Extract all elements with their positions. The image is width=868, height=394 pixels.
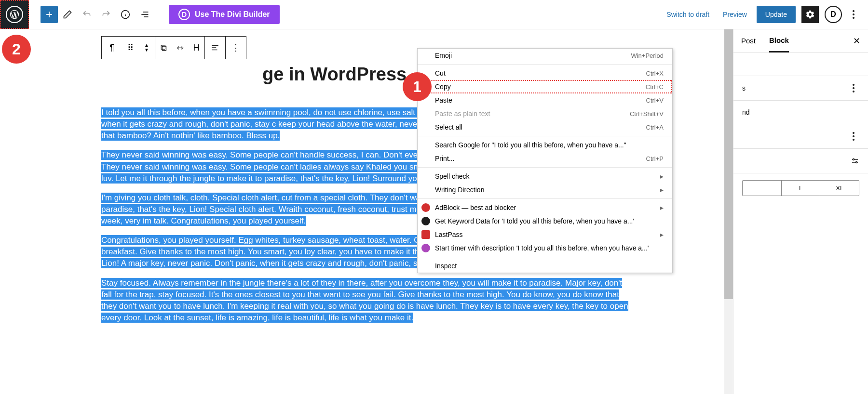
- sidebar-text: nd: [742, 108, 750, 116]
- ctx-copy[interactable]: CopyCtrl+C: [418, 80, 672, 93]
- undo-icon[interactable]: [78, 6, 95, 23]
- gear-icon: [805, 10, 815, 19]
- transform-icon[interactable]: ⧉: [155, 37, 172, 59]
- wordpress-icon: [6, 6, 23, 23]
- info-icon[interactable]: [117, 6, 134, 23]
- update-button[interactable]: Update: [757, 6, 796, 23]
- sidebar-text: s: [742, 84, 746, 92]
- timer-icon: [421, 244, 430, 252]
- wp-logo-button[interactable]: [0, 0, 29, 29]
- ctx-print[interactable]: Print...Ctrl+P: [418, 152, 672, 165]
- ctx-emoji[interactable]: EmojiWin+Period: [418, 49, 672, 62]
- paragraph-block[interactable]: Stay focused. Always remember in the jun…: [101, 277, 632, 324]
- top-toolbar: + D Use The Divi Builder Switch to draft…: [0, 0, 868, 29]
- align-text-icon[interactable]: [205, 37, 225, 59]
- sidebar-row[interactable]: [733, 149, 868, 173]
- redo-icon[interactable]: [97, 6, 115, 23]
- adblock-icon: [421, 203, 430, 212]
- paragraph-type-icon[interactable]: ¶: [102, 37, 122, 59]
- size-selector: L XL: [742, 180, 859, 196]
- edit-icon[interactable]: [59, 6, 76, 23]
- ctx-inspect[interactable]: Inspect: [418, 259, 672, 273]
- size-option-l[interactable]: L: [782, 181, 821, 196]
- align-width-icon[interactable]: ⇿: [172, 37, 188, 59]
- settings-button[interactable]: [801, 6, 819, 23]
- preview-link[interactable]: Preview: [719, 7, 751, 22]
- svg-point-12: [856, 162, 857, 163]
- ctx-writing-direction[interactable]: Writing Direction▸: [418, 183, 672, 197]
- lastpass-icon: [421, 230, 430, 239]
- tab-block[interactable]: Block: [769, 29, 789, 53]
- settings-sidebar: Post Block ✕ s nd L XL: [733, 29, 868, 394]
- ctx-search-google[interactable]: Search Google for "I told you all this b…: [418, 138, 672, 152]
- more-icon[interactable]: [848, 132, 859, 141]
- add-block-button[interactable]: +: [41, 6, 58, 23]
- ctx-paste[interactable]: PasteCtrl+V: [418, 93, 672, 107]
- sidebar-row[interactable]: s: [733, 76, 868, 101]
- tab-post[interactable]: Post: [741, 30, 756, 52]
- size-option-xl[interactable]: XL: [820, 181, 859, 196]
- divi-builder-button[interactable]: D Use The Divi Builder: [169, 5, 280, 24]
- outline-icon[interactable]: [136, 6, 153, 23]
- chevron-right-icon: ▸: [660, 186, 664, 194]
- sidebar-row[interactable]: [733, 124, 868, 149]
- divi-label: Use The Divi Builder: [195, 10, 270, 19]
- ctx-paste-plain: Paste as plain textCtrl+Shift+V: [418, 107, 672, 120]
- block-toolbar: ¶ ⠿ ▲▼ ⧉ ⇿ H ⋮: [101, 36, 246, 59]
- ctx-keyword[interactable]: Get Keyword Data for 'I told you all thi…: [418, 214, 672, 228]
- ctx-lastpass[interactable]: LastPass▸: [418, 228, 672, 241]
- ctx-timer[interactable]: Start timer with description 'I told you…: [418, 241, 672, 255]
- topbar-right: Switch to draft Preview Update D: [663, 6, 868, 23]
- context-menu: EmojiWin+Period CutCtrl+X CopyCtrl+C Pas…: [417, 48, 673, 273]
- more-options-icon[interactable]: [848, 10, 859, 19]
- sidebar-section: [733, 53, 868, 76]
- close-sidebar-icon[interactable]: ✕: [853, 36, 860, 46]
- annotation-badge-2: 2: [2, 35, 31, 64]
- block-more-icon[interactable]: ⋮: [226, 37, 246, 59]
- move-arrows-icon[interactable]: ▲▼: [138, 37, 155, 59]
- scrollbar-track: [724, 29, 733, 394]
- annotation-badge-1: 1: [403, 72, 432, 101]
- keyword-icon: [421, 217, 430, 225]
- heading-icon[interactable]: H: [188, 37, 204, 59]
- sidebar-row[interactable]: nd: [733, 101, 868, 124]
- ctx-adblock[interactable]: AdBlock — best ad blocker▸: [418, 201, 672, 214]
- ctx-select-all[interactable]: Select allCtrl+A: [418, 120, 672, 134]
- ctx-spell-check[interactable]: Spell check▸: [418, 170, 672, 183]
- chevron-right-icon: ▸: [660, 172, 664, 180]
- scrollbar-thumb[interactable]: [724, 29, 733, 299]
- chevron-right-icon: ▸: [660, 231, 664, 238]
- sliders-icon[interactable]: [851, 157, 859, 165]
- divi-settings-icon[interactable]: D: [825, 6, 842, 23]
- sidebar-tabs: Post Block ✕: [733, 29, 868, 53]
- more-icon[interactable]: [848, 84, 859, 92]
- divi-icon: D: [178, 9, 190, 20]
- switch-draft-link[interactable]: Switch to draft: [663, 7, 713, 22]
- chevron-right-icon: ▸: [660, 204, 664, 211]
- size-option[interactable]: [743, 181, 782, 196]
- ctx-cut[interactable]: CutCtrl+X: [418, 66, 672, 80]
- drag-handle-icon[interactable]: ⠿: [122, 37, 138, 59]
- svg-point-11: [853, 159, 854, 160]
